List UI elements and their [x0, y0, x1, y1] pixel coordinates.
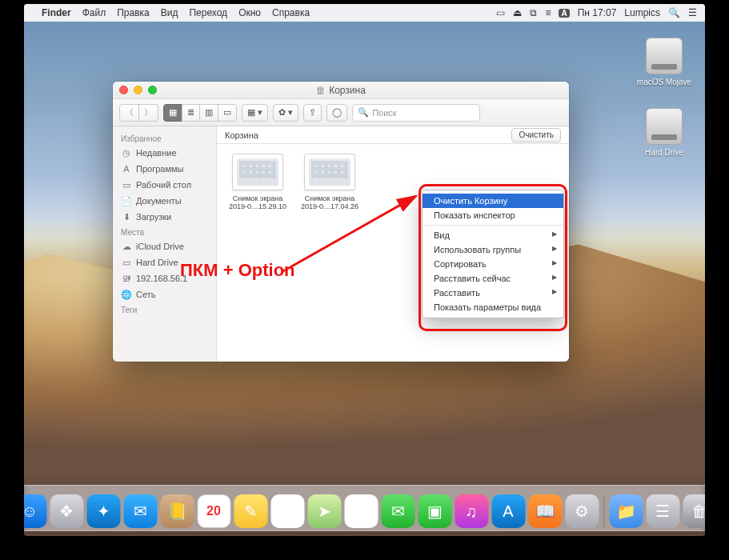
- menubar-airplay-icon[interactable]: ⧉: [530, 7, 537, 18]
- file-date: 2019-0…15.29.10: [228, 202, 287, 210]
- share-button[interactable]: ⇪: [303, 104, 322, 122]
- document-icon: 📄: [121, 195, 132, 206]
- view-columns-button[interactable]: ▥: [199, 104, 218, 122]
- content-title: Корзина: [225, 130, 258, 140]
- file-thumbnail: [304, 154, 355, 190]
- sidebar-item-icloud[interactable]: ☁iCloud Drive: [113, 238, 216, 254]
- desktop-drive-hdd[interactable]: Hard Drive: [636, 108, 692, 157]
- dock-messages[interactable]: ✉: [381, 494, 415, 528]
- sidebar-item-label: Рабочий стол: [136, 180, 191, 190]
- dock-separator: [603, 496, 604, 528]
- dock-facetime[interactable]: ▣: [418, 494, 451, 528]
- tags-button[interactable]: ◯: [326, 104, 347, 122]
- ctx-show-inspector[interactable]: Показать инспектор: [423, 208, 563, 222]
- menu-window[interactable]: Окно: [238, 7, 261, 18]
- ctx-use-groups[interactable]: Использовать группы: [423, 242, 563, 257]
- view-switcher: ▦ ≣ ▥ ▭: [163, 104, 237, 122]
- globe-icon: 🌐: [121, 289, 132, 300]
- dock-maps[interactable]: ➤: [307, 494, 341, 528]
- dock-notes[interactable]: ✎: [234, 494, 267, 528]
- server-icon: 🖳: [121, 273, 132, 284]
- sidebar-item-label: 192.168.56.1: [136, 274, 187, 283]
- dock-mail[interactable]: ✉: [123, 494, 157, 528]
- ctx-cleanup[interactable]: Расставить: [423, 286, 563, 300]
- sidebar-item-desktop[interactable]: ▭Рабочий стол: [113, 177, 216, 193]
- zoom-button[interactable]: [148, 86, 157, 94]
- desktop-icon-label: Hard Drive: [636, 148, 692, 157]
- trash-icon: 🗑: [316, 85, 326, 96]
- menu-help[interactable]: Справка: [272, 7, 310, 18]
- sidebar-item-harddrive[interactable]: ▭Hard Drive: [113, 254, 216, 270]
- menubar-user[interactable]: Lumpics: [624, 7, 660, 18]
- arrange-button[interactable]: ▦ ▾: [242, 104, 268, 122]
- download-icon: ⬇: [121, 211, 132, 222]
- ctx-empty-trash[interactable]: Очистить Корзину: [423, 194, 563, 208]
- file-thumbnail: [232, 154, 283, 190]
- empty-trash-button[interactable]: Очистить: [511, 128, 561, 142]
- sidebar-item-network-ip[interactable]: 🖳192.168.56.1: [113, 270, 216, 286]
- sidebar-item-recents[interactable]: ◷Недавние: [113, 145, 216, 161]
- menubar-extra-icon[interactable]: ≡: [545, 7, 551, 18]
- window-title: Корзина: [329, 85, 366, 96]
- sidebar-item-apps[interactable]: AПрограммы: [113, 161, 216, 177]
- menubar-lang-badge[interactable]: A: [559, 9, 569, 18]
- dock-itunes[interactable]: ♫: [455, 494, 488, 528]
- search-icon: 🔍: [358, 107, 369, 118]
- menubar-notifications-icon[interactable]: ☰: [688, 7, 697, 18]
- dock-calendar[interactable]: 20: [197, 494, 230, 528]
- dock-multitouch[interactable]: ☰: [646, 494, 679, 528]
- dock-finder[interactable]: ☺: [24, 494, 46, 528]
- sidebar-item-downloads[interactable]: ⬇Загрузки: [113, 209, 216, 225]
- toolbar: 〈 〉 ▦ ≣ ▥ ▭ ▦ ▾ ✿ ▾ ⇪ ◯ 🔍 Поиск: [113, 99, 569, 126]
- sidebar-item-label: Загрузки: [136, 212, 171, 222]
- dock-safari[interactable]: ✦: [86, 494, 120, 528]
- desktop-icon-label: macOS Mojave: [636, 78, 692, 86]
- hd-icon: ▭: [121, 257, 132, 268]
- drive-icon: [646, 38, 683, 74]
- dock-trash[interactable]: 🗑: [683, 494, 705, 528]
- drive-icon: [646, 108, 683, 145]
- view-icons-button[interactable]: ▦: [163, 104, 182, 122]
- close-button[interactable]: [119, 86, 128, 94]
- action-button[interactable]: ✿ ▾: [273, 104, 298, 122]
- dock-prefs[interactable]: ⚙: [565, 494, 599, 528]
- dock-folder[interactable]: 📁: [609, 494, 643, 528]
- ctx-view[interactable]: Вид: [423, 228, 563, 242]
- window-titlebar[interactable]: 🗑 Корзина: [113, 82, 569, 99]
- search-input[interactable]: 🔍 Поиск: [352, 104, 480, 122]
- sidebar-item-label: Недавние: [136, 148, 177, 158]
- menubar-app-name[interactable]: Finder: [42, 7, 71, 18]
- menu-edit[interactable]: Правка: [117, 7, 150, 18]
- file-item[interactable]: Снимок экрана 2019-0…17.04.26: [300, 154, 359, 210]
- ctx-view-options[interactable]: Показать параметры вида: [423, 300, 563, 314]
- file-date: 2019-0…17.04.26: [300, 202, 359, 210]
- minimize-button[interactable]: [134, 86, 142, 94]
- dock-books[interactable]: 📖: [528, 494, 562, 528]
- forward-button[interactable]: 〉: [138, 104, 158, 122]
- menubar-datetime[interactable]: Пн 17:07: [578, 7, 617, 18]
- dock-contacts[interactable]: 📒: [160, 494, 194, 528]
- ctx-cleanup-now[interactable]: Расставить сейчас: [423, 271, 563, 286]
- menubar-eject-icon[interactable]: ⏏: [513, 7, 522, 18]
- back-button[interactable]: 〈: [119, 104, 139, 122]
- file-item[interactable]: Снимок экрана 2019-0…15.29.10: [228, 154, 287, 210]
- dock-appstore[interactable]: A: [491, 494, 525, 528]
- menu-go[interactable]: Переход: [189, 7, 227, 18]
- finder-sidebar: Избранное ◷Недавние AПрограммы ▭Рабочий …: [113, 126, 217, 362]
- sidebar-item-label: iCloud Drive: [136, 242, 184, 251]
- sidebar-item-documents[interactable]: 📄Документы: [113, 193, 216, 209]
- menu-view[interactable]: Вид: [161, 7, 178, 18]
- dock-photos[interactable]: ✿: [344, 494, 378, 528]
- dock-reminders[interactable]: ☑: [270, 494, 304, 528]
- view-list-button[interactable]: ≣: [182, 104, 200, 122]
- context-menu: Очистить Корзину Показать инспектор Вид …: [422, 190, 564, 318]
- menu-file[interactable]: Файл: [82, 7, 106, 18]
- desktop-drive-macos[interactable]: macOS Mojave: [636, 38, 692, 86]
- sidebar-item-label: Программы: [136, 164, 183, 174]
- dock-launchpad[interactable]: ❖: [50, 494, 83, 528]
- view-gallery-button[interactable]: ▭: [218, 104, 237, 122]
- menubar-disk-icon[interactable]: ▭: [496, 7, 505, 18]
- menubar-spotlight-icon[interactable]: 🔍: [668, 7, 680, 18]
- ctx-sort[interactable]: Сортировать: [423, 257, 563, 271]
- sidebar-item-network[interactable]: 🌐Сеть: [113, 286, 216, 302]
